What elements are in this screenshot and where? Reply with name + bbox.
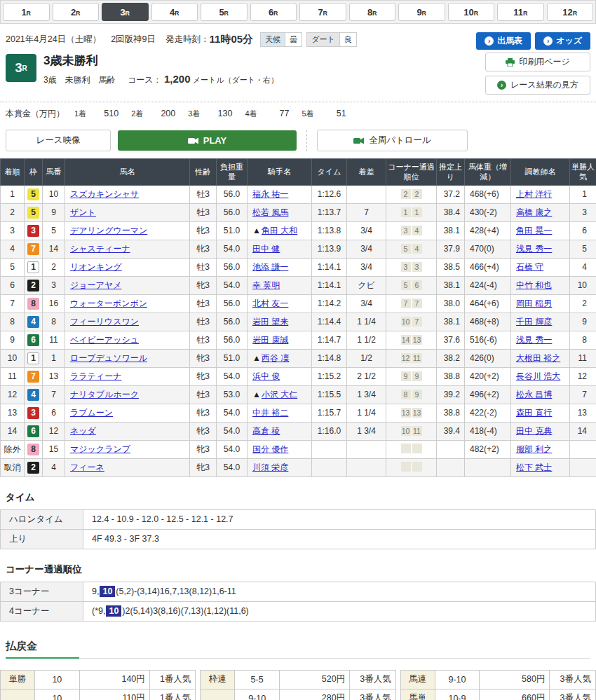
body-weight: 418(-4) xyxy=(465,422,511,440)
horse-name-link[interactable]: ウォーターボンボン xyxy=(70,298,147,308)
jockey-link[interactable]: 北村 友一 xyxy=(252,298,288,308)
jockey-link[interactable]: 幸 英明 xyxy=(252,280,280,290)
trainer-link[interactable]: 長谷川 浩大 xyxy=(516,371,560,381)
payout-row: 複勝10110円1番人気 xyxy=(1,689,196,700)
race-tab-4r[interactable]: 4R xyxy=(151,3,198,21)
corner-positions: 54 xyxy=(386,240,437,258)
race-tab-10r[interactable]: 10R xyxy=(448,3,495,21)
jockey-cell: ▲西谷 凜 xyxy=(248,349,312,367)
sex-age: 牝3 xyxy=(190,422,217,440)
jockey-cell: 国分 優作 xyxy=(248,440,312,458)
horse-name-link[interactable]: ローブデュソワール xyxy=(70,353,147,363)
horse-name-link[interactable]: シャスティーナ xyxy=(70,244,130,254)
race-tab-6r[interactable]: 6R xyxy=(250,3,297,21)
jockey-link[interactable]: 小沢 大仁 xyxy=(262,390,297,399)
jockey-link[interactable]: 田中 健 xyxy=(252,244,280,254)
horse-name-cell: マジックランプ xyxy=(65,440,190,458)
horse-name-link[interactable]: ジョーアヤメ xyxy=(70,280,121,290)
race-tab-3r[interactable]: 3R xyxy=(102,3,149,21)
payout-row: ワイド9-10280円3番人気 xyxy=(201,689,395,700)
trainer-link[interactable]: 石橋 守 xyxy=(516,262,543,272)
payout-amount: 520円 xyxy=(279,670,349,689)
win-popularity xyxy=(570,440,596,458)
corner-badge: 7 xyxy=(401,298,411,308)
horse-name-link[interactable]: スズカキンシャサ xyxy=(70,189,139,199)
horse-name-link[interactable]: フィーリウスワン xyxy=(70,317,139,327)
margin: 3/4 xyxy=(347,258,386,276)
jockey-link[interactable]: 高倉 稜 xyxy=(252,426,280,436)
results-guide-button[interactable]: › レース結果の見方 xyxy=(485,76,590,95)
last-3f-time: 38.1 xyxy=(437,276,465,294)
trainer-link[interactable]: 松永 昌博 xyxy=(516,390,552,399)
trainer-link[interactable]: 田中 克典 xyxy=(516,426,552,436)
trainer-link[interactable]: 中竹 和也 xyxy=(516,280,552,290)
frame-badge: 5 xyxy=(27,188,39,200)
trainer-link[interactable]: 角田 晃一 xyxy=(516,226,552,235)
trainer-cell: 松下 武士 xyxy=(511,458,570,476)
race-tab-5r[interactable]: 5R xyxy=(201,3,248,21)
odds-button[interactable]: › オッズ xyxy=(535,32,590,50)
trainer-link[interactable]: 上村 洋行 xyxy=(516,189,552,199)
trainer-link[interactable]: 浅見 秀一 xyxy=(516,244,552,254)
jockey-link[interactable]: 西谷 凜 xyxy=(262,353,289,363)
trainer-link[interactable]: 服部 利之 xyxy=(516,444,552,454)
last-3f-time xyxy=(437,458,465,476)
race-tab-8r[interactable]: 8R xyxy=(349,3,396,21)
frame-badge: 7 xyxy=(27,371,39,383)
jockey-link[interactable]: 国分 優作 xyxy=(252,444,288,454)
result-row: 848フィーリウスワン牡356.0岩田 望来1:14.41 1/410738.1… xyxy=(1,313,596,331)
play-button[interactable]: PLAY xyxy=(118,130,297,151)
jockey-link[interactable]: 岩田 康誠 xyxy=(252,335,288,345)
horse-name-link[interactable]: ザント xyxy=(70,207,96,217)
trainer-link[interactable]: 松下 武士 xyxy=(516,462,552,472)
trainer-link[interactable]: 浅見 秀一 xyxy=(516,335,552,345)
horse-name-link[interactable]: ベイビーアッシュ xyxy=(70,335,139,345)
jockey-link[interactable]: 川須 栄彦 xyxy=(252,462,288,472)
corner-badge: 4 xyxy=(412,244,422,254)
payout-amount: 110円 xyxy=(79,689,149,700)
frame-badge: 8 xyxy=(27,444,39,455)
race-tab-1r[interactable]: 1R xyxy=(3,3,50,21)
horse-name-link[interactable]: デアリングウーマン xyxy=(70,226,147,235)
frame-badge: 7 xyxy=(27,243,39,255)
print-page-button[interactable]: 印刷用ページ xyxy=(485,53,590,71)
jockey-link[interactable]: 池添 謙一 xyxy=(252,262,288,272)
race-tab-2r[interactable]: 2R xyxy=(53,3,100,21)
jockey-link[interactable]: 中井 裕二 xyxy=(252,408,288,418)
horse-name-link[interactable]: ララティーナ xyxy=(70,371,121,381)
trainer-link[interactable]: 千田 輝彦 xyxy=(516,317,552,327)
race-tab-7r[interactable]: 7R xyxy=(299,3,346,21)
horse-name-link[interactable]: マジックランプ xyxy=(70,444,130,454)
course-distance: 1,200 xyxy=(164,73,191,85)
jockey-link[interactable]: 浜中 俊 xyxy=(252,371,280,381)
trainer-link[interactable]: 岡田 稲男 xyxy=(516,298,552,308)
column-header: 負担重量 xyxy=(217,159,248,186)
jockey-cell: 福永 祐一 xyxy=(248,185,312,203)
jockey-link[interactable]: 岩田 望来 xyxy=(252,317,288,327)
tab-suffix: R xyxy=(523,10,528,17)
result-row: 512リオンキング牡356.0池添 謙一1:14.13/43338.5466(+… xyxy=(1,258,596,276)
entry-table-button[interactable]: › 出馬表 xyxy=(476,32,531,50)
trainer-link[interactable]: 森田 直行 xyxy=(516,408,552,418)
race-meeting: 2回阪神9日 xyxy=(111,34,156,46)
horse-name-link[interactable]: リオンキング xyxy=(70,262,122,272)
patrol-video-button[interactable]: 全周パトロール xyxy=(317,130,468,151)
race-tab-9r[interactable]: 9R xyxy=(398,3,445,21)
corner-badge: 14 xyxy=(401,335,411,345)
payout-section-header: 払戻金 xyxy=(6,640,590,659)
corner-badge: 9 xyxy=(412,390,422,399)
trainer-link[interactable]: 高橋 康之 xyxy=(516,207,552,217)
horse-name-link[interactable]: ナリタブルホーク xyxy=(70,390,139,399)
jockey-link[interactable]: 角田 大和 xyxy=(262,226,297,235)
tab-suffix: R xyxy=(175,10,180,17)
start-time-value: 11時05分 xyxy=(210,33,254,46)
horse-name-link[interactable]: ラブムーン xyxy=(70,408,113,418)
horse-name-link[interactable]: ネッダ xyxy=(70,426,96,436)
jockey-link[interactable]: 福永 祐一 xyxy=(252,189,288,199)
race-tab-11r[interactable]: 11R xyxy=(497,3,544,21)
trainer-link[interactable]: 大根田 裕之 xyxy=(516,353,560,363)
race-tab-12r[interactable]: 12R xyxy=(547,3,594,21)
jockey-link[interactable]: 松若 風馬 xyxy=(252,207,288,217)
horse-name-link[interactable]: フィーネ xyxy=(70,462,104,472)
tab-suffix: R xyxy=(224,10,229,17)
